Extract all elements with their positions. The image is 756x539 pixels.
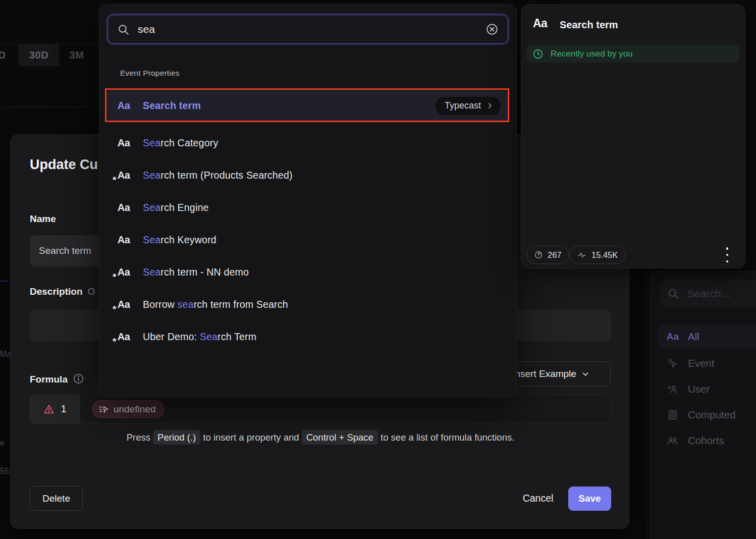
text-fragment: e: [0, 439, 5, 448]
modal-title: Update Cu: [30, 157, 98, 173]
property-result-row[interactable]: Aa*Borrow search term from Search: [106, 288, 508, 320]
backdrop-divider: [0, 107, 99, 107]
chevron-down-icon: [581, 370, 589, 378]
time-range-button-30d[interactable]: 30D: [19, 44, 59, 66]
custom-property-star-icon: *: [113, 175, 116, 186]
property-result-row[interactable]: Aa*Search term - NN demo: [106, 256, 508, 288]
formula-hint: Press Period (.) to insert a property an…: [30, 432, 611, 443]
time-range-button-3m[interactable]: 3M: [59, 44, 94, 66]
property-result-label: Search Category: [143, 137, 218, 149]
formula-editor-row: 1 undefined: [30, 395, 611, 423]
sidebar-item-label: Computed: [688, 409, 736, 421]
text-property-icon: Aa: [114, 100, 134, 112]
chart-line-fragment: [0, 281, 8, 282]
user-icon: [665, 383, 680, 395]
typecast-button[interactable]: Typecast: [435, 96, 501, 116]
sidebar-item-label: All: [688, 331, 699, 343]
sidebar-search-placeholder: Search...: [687, 288, 730, 300]
text-property-icon: Aa*: [114, 331, 134, 343]
search-query-text: sea: [138, 23, 485, 35]
clear-search-icon[interactable]: [485, 23, 499, 36]
custom-property-star-icon: *: [113, 304, 116, 315]
volume-stat-pill[interactable]: 15.45K: [569, 246, 625, 264]
kbd-control-space: Control + Space: [302, 430, 378, 445]
property-result-row[interactable]: AaSearch Engine: [106, 191, 508, 224]
property-result-row-selected[interactable]: Aa Search term Typecast: [106, 90, 508, 121]
text-property-icon: Aa: [665, 331, 680, 342]
kbd-period: Period (.): [153, 430, 200, 445]
sidebar-search-input[interactable]: Search...: [660, 280, 756, 307]
text-property-icon: Aa: [114, 137, 134, 149]
property-detail-panel: Aa Search term Recently used by you 267: [521, 4, 745, 268]
clock-icon: [532, 48, 544, 60]
undefined-token[interactable]: undefined: [92, 400, 164, 418]
optional-hint: O: [88, 286, 95, 297]
more-options-icon[interactable]: [723, 247, 732, 262]
text-property-icon: Aa: [114, 234, 134, 246]
save-button[interactable]: Save: [568, 487, 611, 511]
app-screen: D 30D 3M May e 55 Search... AaAllEventUs…: [0, 0, 756, 539]
delete-button[interactable]: Delete: [30, 486, 83, 511]
sidebar-item-event[interactable]: Event: [658, 351, 756, 375]
sidebar-item-cohorts[interactable]: Cohorts: [658, 428, 756, 453]
text-property-icon: Aa: [114, 202, 134, 213]
property-result-label: Search term: [143, 100, 201, 112]
formula-label: Formula: [30, 373, 84, 385]
sidebar-item-label: User: [688, 383, 710, 395]
text-property-icon: Aa*: [114, 266, 134, 278]
panel-edge: [647, 271, 648, 539]
formula-input[interactable]: undefined: [80, 395, 611, 423]
sidebar-item-label: Cohorts: [688, 435, 724, 447]
custom-property-star-icon: *: [113, 336, 116, 347]
cardinality-stat-pill[interactable]: 267: [526, 246, 569, 264]
search-icon: [667, 288, 679, 300]
custom-property-star-icon: *: [113, 272, 116, 283]
sidebar-item-label: Event: [688, 357, 714, 369]
property-result-row[interactable]: Aa*Search term (Products Searched): [106, 159, 508, 191]
property-type-sidebar: Search... AaAllEventUserComputedCohorts: [650, 271, 756, 539]
sidebar-item-all[interactable]: AaAll: [658, 325, 756, 349]
property-search-field[interactable]: sea: [107, 15, 508, 44]
description-label: DescriptionO: [30, 286, 95, 297]
pie-chart-icon: [534, 250, 543, 259]
property-result-label: Search Keyword: [143, 234, 217, 246]
search-icon: [117, 23, 130, 36]
property-result-label: Search term - NN demo: [143, 266, 249, 278]
activity-icon: [577, 250, 587, 259]
property-result-label: Borrow search term from Search: [143, 299, 288, 310]
property-search-dropdown: sea Event Properties Aa Search term Type…: [99, 4, 517, 397]
chevron-right-icon: [486, 102, 494, 110]
detail-panel-title: Search term: [560, 19, 618, 31]
property-result-label: Search term (Products Searched): [143, 170, 293, 181]
section-header-event-properties: Event Properties: [120, 69, 180, 78]
calculator-icon: [665, 409, 680, 421]
cancel-button[interactable]: Cancel: [513, 486, 563, 511]
function-icon: [98, 405, 109, 414]
property-result-label: Search Engine: [143, 202, 209, 213]
name-label: Name: [30, 213, 56, 225]
property-result-label: Uber Demo: Search Term: [143, 331, 256, 343]
warning-icon: [43, 404, 55, 415]
info-icon[interactable]: [73, 373, 84, 385]
sidebar-item-computed[interactable]: Computed: [658, 403, 756, 427]
property-result-row[interactable]: AaSearch Keyword: [106, 224, 508, 256]
text-property-icon: Aa*: [114, 170, 134, 181]
people-icon: [665, 435, 680, 447]
property-result-row[interactable]: AaSearch Category: [106, 127, 508, 159]
time-range-button-partial[interactable]: D: [0, 44, 9, 66]
property-result-row[interactable]: Aa*Uber Demo: Search Term: [106, 320, 508, 353]
cursor-click-icon: [665, 357, 680, 369]
text-property-icon: Aa*: [114, 299, 134, 310]
sidebar-item-user[interactable]: User: [658, 377, 756, 401]
formula-error-gutter: 1: [30, 395, 80, 423]
error-count: 1: [61, 403, 66, 415]
text-property-icon: Aa: [533, 17, 547, 30]
recently-used-badge: Recently used by you: [526, 45, 739, 63]
axis-value-fragment: 55: [0, 467, 9, 476]
